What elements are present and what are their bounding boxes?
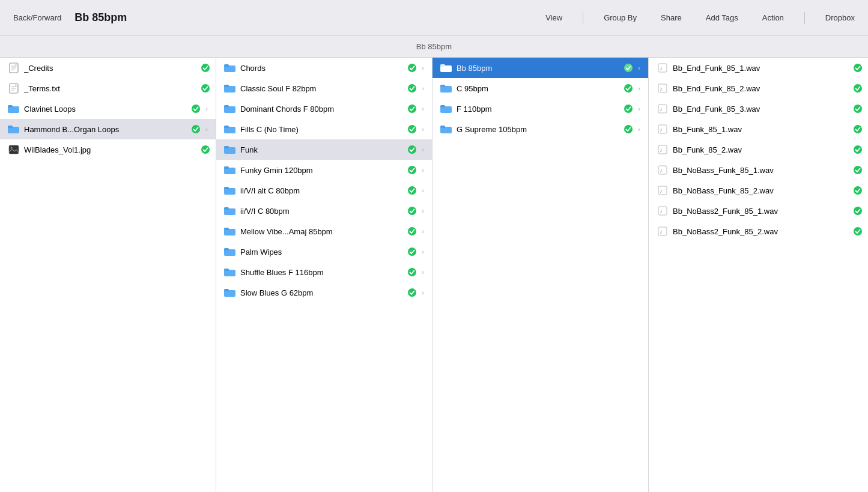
action-button[interactable]: Action [759,11,788,25]
file-row[interactable]: ♪ Bb_End_Funk_85_3.wav [649,99,868,119]
file-row[interactable]: ♪ Bb_Funk_85_1.wav [649,119,868,139]
svg-point-35 [408,145,416,154]
file-row[interactable]: Mellow Vibe...Amaj 85bpm › [216,221,432,241]
status-icon [407,206,417,216]
status-icon [852,206,863,216]
file-row[interactable]: ♪ Bb_Funk_85_2.wav [649,139,868,160]
file-row[interactable]: _Credits [0,58,216,78]
dropbox-button[interactable]: Dropbox [822,11,858,25]
svg-point-11 [201,84,210,93]
svg-point-53 [408,268,416,276]
file-name: WilBlades_Vol1.jpg [24,145,198,154]
status-icon [190,104,201,114]
file-name: C 95bpm [457,84,621,93]
svg-rect-28 [224,105,229,108]
file-row[interactable]: _Terms.txt [0,78,216,99]
divider-2 [804,12,805,24]
folder-icon [223,84,237,93]
file-name: Bb_Funk_85_2.wav [673,145,850,154]
chevron-icon: › [419,289,427,296]
view-button[interactable]: View [542,11,566,25]
file-row[interactable]: ♪ Bb_End_Funk_85_1.wav [649,58,868,78]
svg-text:♪: ♪ [660,187,663,194]
chevron-icon: › [419,105,427,112]
file-row[interactable]: Funky Gmin 120bpm › [216,160,432,180]
group-by-button[interactable]: Group By [600,11,640,25]
svg-text:♪: ♪ [660,85,663,92]
svg-text:♪: ♪ [660,228,663,235]
svg-text:♪: ♪ [660,208,663,214]
file-row[interactable]: G Supreme 105bpm › [432,119,648,139]
folder-icon [440,63,453,73]
file-row[interactable]: WilBlades_Vol1.jpg [0,139,216,160]
folder-icon [440,104,453,114]
file-row[interactable]: C 95bpm › [432,78,648,99]
svg-point-56 [408,288,416,297]
file-row[interactable]: Clavinet Loops › [0,99,216,119]
svg-text:♪: ♪ [660,167,663,174]
file-row[interactable]: Fills C (No Time) › [216,119,432,139]
file-name: Bb_NoBass2_Funk_85_1.wav [673,207,850,216]
svg-rect-37 [224,166,229,169]
file-row[interactable]: ♪ Bb_NoBass2_Funk_85_2.wav [649,221,868,241]
status-icon [852,84,863,93]
svg-point-38 [408,166,416,174]
file-row[interactable]: ♪ Bb_NoBass_Funk_85_1.wav [649,160,868,180]
svg-rect-43 [224,207,229,210]
file-row[interactable]: Slow Blues G 62bpm › [216,282,432,303]
document-icon [7,83,20,94]
file-row[interactable]: Funk › [216,139,432,160]
file-row[interactable]: Chords › [216,58,432,78]
folder-icon [223,206,237,216]
svg-rect-16 [8,126,13,128]
chevron-icon: › [419,228,427,235]
audio-icon: ♪ [656,63,669,73]
file-row[interactable]: Shuffle Blues F 116bpm › [216,262,432,282]
file-row[interactable]: ii/V/I C 80bpm › [216,201,432,221]
audio-icon: ♪ [656,186,669,195]
folder-icon [223,267,237,277]
file-name: Chords [240,64,404,73]
file-row[interactable]: ii/V/I alt C 80bpm › [216,180,432,201]
file-name: Dominant Chords F 80bpm [240,105,404,114]
svg-text:♪: ♪ [660,106,663,112]
status-icon [852,104,863,114]
chevron-icon: › [419,269,427,276]
svg-rect-46 [224,228,229,230]
svg-point-23 [408,64,416,72]
folder-icon [223,145,237,154]
folder-icon [223,186,237,195]
file-name: Fills C (No Time) [240,125,404,134]
folder-icon [223,104,237,114]
breadcrumb: Bb 85bpm [0,36,868,58]
folder-icon [7,124,20,134]
svg-point-68 [624,125,633,133]
svg-rect-64 [440,105,445,108]
file-row[interactable]: Dominant Chords F 80bpm › [216,99,432,119]
file-row[interactable]: ♪ Bb_End_Funk_85_2.wav [649,78,868,99]
status-icon [190,124,201,134]
share-button[interactable]: Share [657,11,685,25]
status-icon [852,145,863,154]
add-tags-button[interactable]: Add Tags [702,11,742,25]
status-icon [852,124,863,134]
svg-point-83 [854,145,862,154]
chevron-icon: › [419,207,427,214]
svg-text:♪: ♪ [660,65,663,71]
file-row[interactable]: F 110bpm › [432,99,648,119]
file-row[interactable]: Hammond B...Organ Loops › [0,119,216,139]
back-forward-button[interactable]: Back/Forward [10,11,65,25]
file-row[interactable]: Palm Wipes › [216,241,432,262]
folder-icon [440,124,453,134]
file-row[interactable]: Classic Soul F 82bpm › [216,78,432,99]
svg-point-80 [854,125,862,133]
file-row[interactable]: Bb 85bpm › [432,58,648,78]
status-icon [407,288,417,297]
file-row[interactable]: ♪ Bb_NoBass2_Funk_85_1.wav [649,201,868,221]
chevron-icon: › [202,126,211,133]
audio-icon: ♪ [656,206,669,216]
audio-icon: ♪ [656,84,669,93]
svg-rect-13 [8,105,13,108]
chevron-icon: › [419,248,427,255]
file-row[interactable]: ♪ Bb_NoBass_Funk_85_2.wav [649,180,868,201]
